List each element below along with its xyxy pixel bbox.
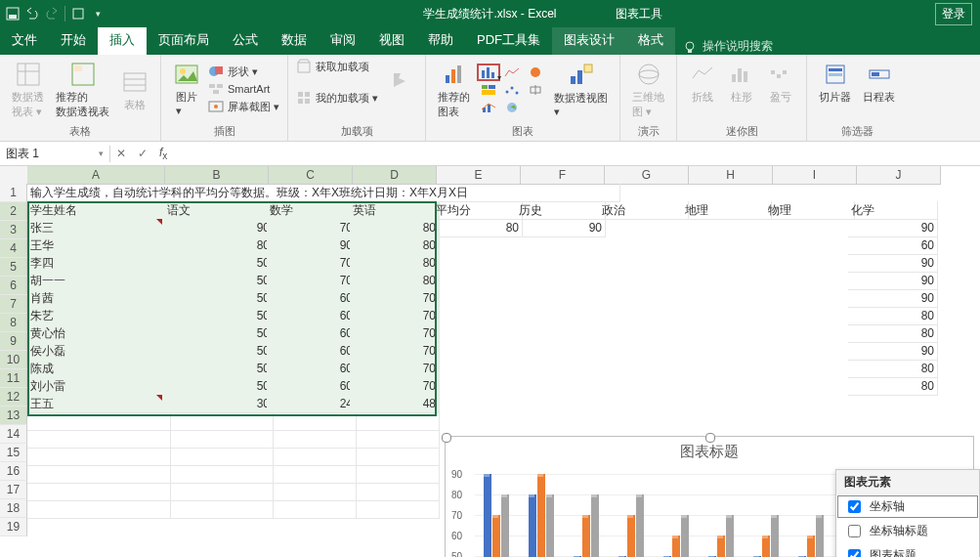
pictures-button[interactable]: 图片 ▾: [169, 59, 204, 119]
cell-D6[interactable]: 80: [350, 272, 440, 290]
redo-icon[interactable]: [45, 7, 59, 21]
cell-B8[interactable]: 50: [164, 307, 274, 325]
cell-B15[interactable]: [164, 430, 274, 449]
chart-element-chart-title[interactable]: 图表标题: [836, 543, 979, 557]
cell-A2[interactable]: 学生姓名: [27, 201, 171, 220]
bar[interactable]: [501, 494, 507, 557]
cell-A12[interactable]: 刘小雷: [27, 377, 171, 396]
cell-D17[interactable]: [350, 465, 440, 484]
cell-B11[interactable]: 50: [164, 360, 274, 378]
row-header-15[interactable]: 15: [0, 444, 27, 462]
sparkline-line-button[interactable]: 折线: [685, 59, 720, 107]
cell-C5[interactable]: 70: [267, 254, 357, 273]
bar[interactable]: [484, 474, 490, 557]
column-header-G[interactable]: G: [605, 166, 689, 185]
slicer-button[interactable]: 切片器: [815, 59, 855, 107]
cell-C3[interactable]: 70: [267, 219, 357, 237]
column-header-E[interactable]: E: [437, 166, 521, 185]
login-button[interactable]: 登录: [935, 3, 972, 25]
screenshot-button[interactable]: 屏幕截图 ▾: [208, 99, 279, 114]
cell-C11[interactable]: 60: [267, 360, 357, 378]
cell-B19[interactable]: [164, 500, 274, 519]
cell-J3[interactable]: 90: [848, 219, 938, 237]
cancel-formula-icon[interactable]: ✕: [110, 147, 132, 160]
cell-J4[interactable]: 60: [848, 236, 938, 255]
chart-elements-flyout[interactable]: 图表元素 坐标轴 坐标轴标题 图表标题: [835, 469, 980, 557]
map-chart-button[interactable]: [501, 100, 523, 115]
cell-I2[interactable]: 物理: [765, 201, 855, 220]
cell-D14[interactable]: [350, 412, 440, 431]
cell-D11[interactable]: 70: [350, 360, 440, 378]
cell-A13[interactable]: 王五: [27, 395, 171, 413]
bar[interactable]: [546, 494, 552, 557]
cell-B16[interactable]: [164, 448, 274, 466]
cell-A16[interactable]: [27, 448, 171, 466]
qat-customize-icon[interactable]: ▾: [91, 7, 105, 21]
cell-A10[interactable]: 侯小磊: [27, 342, 171, 361]
cell-C9[interactable]: 60: [267, 324, 357, 343]
chart-element-axis-titles[interactable]: 坐标轴标题: [836, 519, 979, 543]
cell-C13[interactable]: 24: [267, 395, 357, 413]
recommended-charts-button[interactable]: 推荐的 图表: [434, 59, 474, 121]
cell-A11[interactable]: 陈成: [27, 360, 171, 378]
cell-B13[interactable]: 30: [164, 395, 274, 413]
checkbox-axes[interactable]: [848, 500, 861, 513]
cell-B2[interactable]: 语文: [164, 201, 274, 220]
shapes-button[interactable]: 形状 ▾: [208, 64, 279, 79]
cell-J11[interactable]: 80: [848, 360, 938, 378]
cell-C19[interactable]: [267, 500, 357, 519]
cell-C18[interactable]: [267, 483, 357, 501]
bar[interactable]: [717, 536, 723, 557]
bar[interactable]: [591, 494, 597, 557]
cell-A8[interactable]: 朱艺: [27, 307, 171, 325]
cell-E2[interactable]: 平均分: [433, 201, 523, 220]
cell-A15[interactable]: [27, 430, 171, 449]
tab-layout[interactable]: 页面布局: [147, 25, 221, 55]
tab-data[interactable]: 数据: [270, 25, 319, 55]
cell-C6[interactable]: 70: [267, 272, 357, 290]
cell-B17[interactable]: [164, 465, 274, 484]
bar[interactable]: [529, 494, 534, 557]
row-header-6[interactable]: 6: [0, 277, 27, 295]
tab-formulas[interactable]: 公式: [221, 25, 270, 55]
worksheet-grid[interactable]: ABCDEFGHIJ 12345678910111213141516171819…: [0, 166, 980, 557]
tab-pdf[interactable]: PDF工具集: [465, 25, 552, 55]
smartart-button[interactable]: SmartArt: [208, 81, 279, 97]
cell-B18[interactable]: [164, 483, 274, 501]
column-header-D[interactable]: D: [353, 166, 437, 185]
bar[interactable]: [582, 515, 588, 557]
row-header-4[interactable]: 4: [0, 239, 27, 258]
bar[interactable]: [681, 515, 687, 557]
cell-B4[interactable]: 80: [164, 236, 274, 255]
cell-B12[interactable]: 50: [164, 377, 274, 396]
resize-handle-n[interactable]: [705, 433, 715, 443]
row-header-17[interactable]: 17: [0, 481, 27, 499]
fx-icon[interactable]: fx: [153, 146, 167, 161]
cell-C4[interactable]: 90: [267, 236, 357, 255]
select-all-button[interactable]: [0, 166, 28, 185]
cell-H2[interactable]: 地理: [682, 201, 772, 220]
bar[interactable]: [726, 515, 732, 557]
cell-D13[interactable]: 48: [350, 395, 440, 413]
bar[interactable]: [636, 494, 642, 557]
bar[interactable]: [672, 536, 678, 557]
name-box[interactable]: 图表 1▾: [0, 146, 110, 162]
cell-A9[interactable]: 黄心怡: [27, 324, 171, 343]
sparkline-column-button[interactable]: 柱形: [724, 59, 759, 107]
row-header-3[interactable]: 3: [0, 221, 27, 239]
row-header-18[interactable]: 18: [0, 499, 27, 518]
cell-D18[interactable]: [350, 483, 440, 501]
bar[interactable]: [807, 536, 813, 557]
cell-D19[interactable]: [350, 500, 440, 519]
line-chart-button[interactable]: [501, 64, 523, 80]
column-header-J[interactable]: J: [857, 166, 941, 185]
cell-D7[interactable]: 70: [350, 289, 440, 308]
cell-A3[interactable]: 张三: [27, 219, 171, 237]
tab-file[interactable]: 文件: [0, 25, 49, 55]
cell-C7[interactable]: 60: [267, 289, 357, 308]
row-header-9[interactable]: 9: [0, 332, 27, 351]
bing-button[interactable]: [382, 66, 417, 98]
row-header-13[interactable]: 13: [0, 407, 27, 425]
tab-review[interactable]: 审阅: [319, 25, 367, 55]
row-header-11[interactable]: 11: [0, 369, 27, 388]
